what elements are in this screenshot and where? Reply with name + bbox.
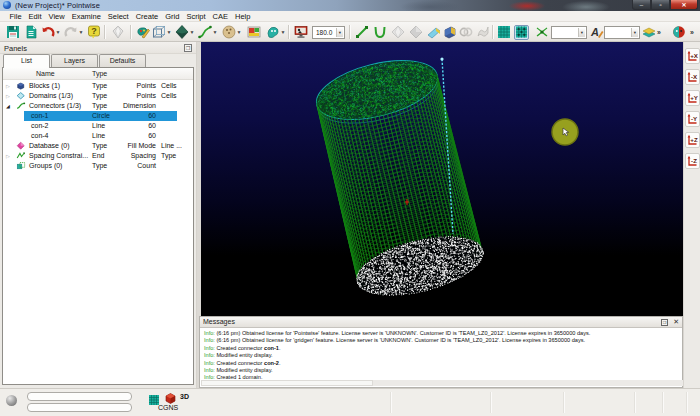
app-logo-icon — [3, 1, 11, 9]
ball-icon[interactable] — [221, 25, 236, 40]
layers-icon[interactable] — [641, 25, 656, 40]
gray-surface-icon[interactable] — [475, 25, 490, 40]
close-button[interactable]: ✕ — [670, 0, 698, 10]
menu-help[interactable]: Help — [231, 12, 253, 21]
statusbar-separator — [390, 392, 391, 413]
statusbar-separator — [563, 392, 564, 413]
help-icon[interactable]: ? — [86, 25, 101, 40]
menu-view[interactable]: View — [45, 12, 68, 21]
tree-row-blocks-1[interactable]: ▷Blocks (1)TypePointsCells — [3, 81, 193, 91]
view-axis-plusminus-z-button[interactable]: +Z — [685, 132, 700, 148]
close-icon[interactable]: ✕ — [673, 318, 679, 326]
palette-draw-icon[interactable] — [135, 25, 150, 40]
entity-name: con-1 — [31, 112, 49, 119]
mask-icon[interactable] — [671, 25, 686, 40]
menu-file[interactable]: File — [6, 12, 25, 21]
tree-row-domains-1-3[interactable]: ▷Domains (1/3)TypePointsCells — [3, 91, 193, 101]
message-line: Info: Created connector con-2. — [204, 360, 281, 366]
expander-collapsed-icon[interactable]: ▷ — [6, 83, 12, 89]
tree-header-type[interactable]: Type — [92, 70, 107, 77]
prism-icon[interactable] — [426, 25, 441, 40]
menu-select[interactable]: Select — [104, 12, 132, 21]
view-axis-minus-z-button[interactable]: -Z — [685, 153, 700, 169]
tree-row-con-1[interactable]: con-1Circle60 — [3, 111, 193, 121]
line-segment-icon[interactable] — [354, 25, 369, 40]
dragonfly-icon[interactable] — [534, 25, 549, 40]
gem-view-icon[interactable] — [110, 25, 125, 40]
entity-col3: Count — [98, 162, 156, 169]
solid-diamond-icon[interactable] — [174, 25, 189, 40]
tree-row-con-2[interactable]: con-2Line60 — [3, 121, 193, 131]
menu-cae[interactable]: CAE — [209, 12, 231, 21]
open-icon[interactable] — [23, 25, 38, 40]
float-panel-icon[interactable]: ❐ — [184, 44, 192, 52]
view-axis-minus-x-button[interactable]: -X — [685, 69, 700, 85]
entity-col4: Type — [161, 152, 176, 159]
view-axis-minus-y-button[interactable]: -Y — [685, 111, 700, 127]
view-axis-plusminus-x-button[interactable]: +X — [685, 48, 700, 64]
status-bar: 3D CGNS — [0, 388, 700, 416]
toolbar-overflow-chevron[interactable]: » — [657, 24, 660, 40]
grid-flat-icon[interactable] — [496, 25, 511, 40]
messages-scrollbar[interactable] — [201, 380, 683, 386]
monitor-icon[interactable] — [293, 25, 308, 40]
tab-defaults[interactable]: Defaults — [99, 54, 146, 67]
chevron-down-icon[interactable]: ▼ — [55, 25, 61, 40]
view-axis-toolbar: +X-X+Y-Y+Z-Z — [683, 42, 700, 388]
chevron-down-icon[interactable]: ▼ — [236, 25, 242, 40]
chevron-down-icon[interactable]: ▼ — [189, 25, 195, 40]
tree-row-groups-0[interactable]: Groups (0)TypeCount — [3, 161, 193, 171]
menu-edit[interactable]: Edit — [25, 12, 45, 21]
rotation-angle-combo[interactable]: 180.0▾ — [312, 24, 345, 40]
undo-icon[interactable] — [40, 25, 55, 40]
tree-row-spacing-constrai[interactable]: ▷Spacing Constrai...EndSpacingType — [3, 151, 193, 161]
tree-row-con-4[interactable]: con-4Line60 — [3, 131, 193, 141]
tree-header-name[interactable]: Name — [36, 70, 55, 77]
tab-layers[interactable]: Layers — [51, 54, 98, 67]
connectors-icon — [16, 101, 27, 111]
expander-expanded-icon[interactable]: ◢ — [6, 103, 12, 109]
letter-a-icon[interactable]: A — [589, 25, 604, 40]
chevron-down-icon[interactable]: ▼ — [78, 25, 84, 40]
chevron-down-icon[interactable]: ▾ — [578, 28, 585, 37]
gray-diamond-icon[interactable] — [408, 25, 423, 40]
scrollbar-thumb[interactable] — [201, 380, 373, 386]
menu-create[interactable]: Create — [132, 12, 162, 21]
menu-examine[interactable]: Examine — [68, 12, 104, 21]
chevron-down-icon[interactable]: ▼ — [166, 25, 172, 40]
float-panel-icon[interactable]: ❐ — [661, 319, 668, 326]
view-axis-plusminus-y-button[interactable]: +Y — [685, 90, 700, 106]
tab-list[interactable]: List — [3, 54, 50, 68]
toolbar-overflow-chevron[interactable]: » — [690, 24, 693, 40]
connector-curve-icon[interactable] — [197, 25, 212, 40]
empty-combo-2[interactable]: ▾ — [604, 24, 640, 40]
progress-bar-top — [27, 392, 132, 401]
block-box-icon[interactable] — [442, 25, 457, 40]
redo-icon[interactable] — [63, 25, 78, 40]
tree-row-connectors-1-3[interactable]: ◢Connectors (1/3)TypeDimension — [3, 101, 193, 111]
rings-icon[interactable] — [458, 25, 473, 40]
spinner-icon[interactable]: ▾ — [336, 28, 343, 37]
chevron-down-icon[interactable]: ▾ — [631, 28, 638, 37]
expander-collapsed-icon[interactable]: ▷ — [6, 153, 12, 159]
chevron-down-icon[interactable]: ▼ — [212, 25, 218, 40]
status-sphere-icon — [6, 395, 17, 406]
chevron-down-icon[interactable]: ▼ — [280, 25, 286, 40]
menu-grid[interactable]: Grid — [162, 12, 183, 21]
maximize-button[interactable]: ▫ — [651, 0, 670, 10]
expander-collapsed-icon[interactable]: ▷ — [6, 93, 12, 99]
minimize-button[interactable]: – — [632, 0, 651, 10]
wireframe-cube-icon[interactable] — [151, 25, 166, 40]
faceted-diamond-icon[interactable] — [390, 25, 405, 40]
empty-combo-1[interactable]: ▾ — [551, 24, 587, 40]
message-info-prefix: Info: — [204, 330, 215, 336]
display-viewport[interactable] — [201, 42, 683, 316]
u-curve-icon[interactable] — [372, 25, 387, 40]
tree-header: Name Type — [3, 68, 193, 80]
save-icon[interactable] — [5, 25, 20, 40]
menu-script[interactable]: Script — [183, 12, 209, 21]
ghost-probe-icon[interactable] — [265, 25, 280, 40]
picture-icon[interactable] — [246, 25, 261, 40]
grid-solid-icon[interactable] — [514, 25, 529, 40]
tree-row-database-0[interactable]: Database (0)TypeFill ModeLine ... — [3, 141, 193, 151]
